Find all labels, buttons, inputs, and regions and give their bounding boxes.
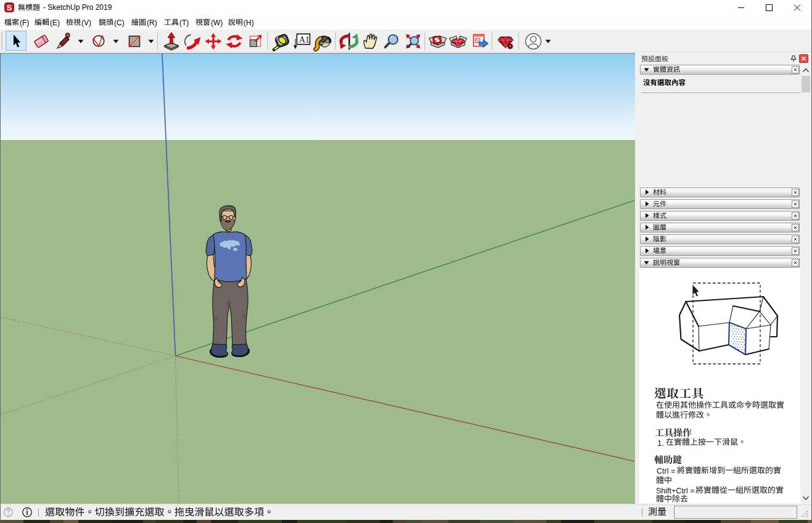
svg-text:A1: A1 [299,35,310,44]
svg-text:S: S [7,3,12,12]
